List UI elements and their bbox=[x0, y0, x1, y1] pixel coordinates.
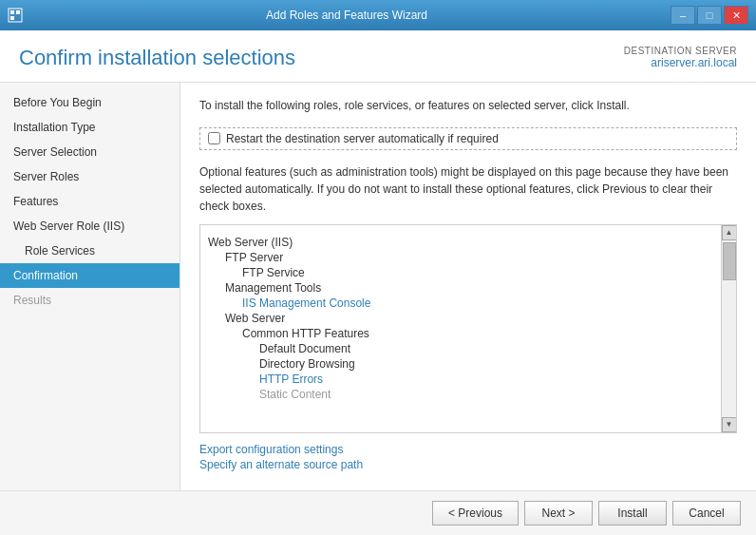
features-list: Web Server (IIS) FTP Server FTP Service … bbox=[200, 225, 721, 432]
svg-rect-1 bbox=[10, 10, 14, 14]
list-item: Static Content bbox=[208, 387, 713, 402]
server-name: ariserver.ari.local bbox=[624, 56, 737, 69]
destination-label: DESTINATION SERVER bbox=[624, 46, 737, 56]
restart-checkbox[interactable] bbox=[208, 132, 220, 144]
list-item: Default Document bbox=[208, 341, 713, 356]
links-section: Export configuration settings Specify an… bbox=[199, 443, 737, 471]
scroll-up-button[interactable]: ▲ bbox=[722, 225, 737, 240]
sidebar-item-role-services[interactable]: Role Services bbox=[0, 239, 180, 263]
restart-checkbox-row[interactable]: Restart the destination server automatic… bbox=[199, 127, 737, 150]
sidebar: Before You Begin Installation Type Serve… bbox=[0, 83, 180, 490]
main-content: To install the following roles, role ser… bbox=[180, 83, 756, 490]
sidebar-item-web-server-role[interactable]: Web Server Role (IIS) bbox=[0, 214, 180, 239]
sidebar-item-confirmation[interactable]: Confirmation bbox=[0, 263, 180, 288]
next-button[interactable]: Next > bbox=[524, 501, 593, 525]
page-title: Confirm installation selections bbox=[19, 46, 295, 70]
list-item: HTTP Errors bbox=[208, 372, 713, 387]
sidebar-item-server-roles[interactable]: Server Roles bbox=[0, 164, 180, 189]
alternate-source-link[interactable]: Specify an alternate source path bbox=[199, 458, 737, 471]
title-bar: Add Roles and Features Wizard – □ ✕ bbox=[0, 0, 756, 30]
title-bar-controls: – □ ✕ bbox=[671, 6, 748, 25]
sidebar-item-installation-type[interactable]: Installation Type bbox=[0, 115, 180, 140]
wizard-icon bbox=[8, 8, 23, 23]
wizard-container: Confirm installation selections DESTINAT… bbox=[0, 30, 756, 535]
list-item: Directory Browsing bbox=[208, 356, 713, 372]
wizard-header: Confirm installation selections DESTINAT… bbox=[0, 30, 756, 83]
list-item: FTP Service bbox=[208, 265, 713, 280]
sidebar-item-results: Results bbox=[0, 288, 180, 313]
list-item: Web Server (IIS) bbox=[208, 235, 713, 250]
destination-server-info: DESTINATION SERVER ariserver.ari.local bbox=[624, 46, 737, 69]
close-button[interactable]: ✕ bbox=[724, 6, 748, 25]
minimize-button[interactable]: – bbox=[671, 6, 695, 25]
list-item: IIS Management Console bbox=[208, 296, 713, 311]
list-item: Web Server bbox=[208, 311, 713, 326]
svg-rect-2 bbox=[16, 10, 20, 14]
list-item: Management Tools bbox=[208, 280, 713, 296]
restart-label[interactable]: Restart the destination server automatic… bbox=[226, 132, 499, 145]
wizard-body: Before You Begin Installation Type Serve… bbox=[0, 83, 756, 490]
svg-rect-3 bbox=[10, 16, 14, 20]
previous-button[interactable]: < Previous bbox=[432, 501, 519, 525]
scroll-down-button[interactable]: ▼ bbox=[722, 417, 737, 432]
sidebar-item-before-you-begin[interactable]: Before You Begin bbox=[0, 90, 180, 115]
wizard-footer: < Previous Next > Install Cancel bbox=[0, 490, 756, 535]
install-button[interactable]: Install bbox=[598, 501, 667, 525]
title-bar-title: Add Roles and Features Wizard bbox=[23, 9, 671, 22]
scrollbar-thumb[interactable] bbox=[723, 242, 736, 280]
sidebar-item-features[interactable]: Features bbox=[0, 189, 180, 214]
optional-text: Optional features (such as administratio… bbox=[199, 163, 737, 215]
export-config-link[interactable]: Export configuration settings bbox=[199, 443, 737, 456]
scrollbar[interactable]: ▲ ▼ bbox=[721, 225, 736, 432]
maximize-button[interactable]: □ bbox=[697, 6, 722, 25]
cancel-button[interactable]: Cancel bbox=[672, 501, 741, 525]
features-list-container: Web Server (IIS) FTP Server FTP Service … bbox=[199, 224, 737, 433]
intro-text: To install the following roles, role ser… bbox=[199, 98, 737, 114]
sidebar-item-server-selection[interactable]: Server Selection bbox=[0, 140, 180, 164]
list-item: FTP Server bbox=[208, 250, 713, 265]
list-item: Common HTTP Features bbox=[208, 326, 713, 341]
